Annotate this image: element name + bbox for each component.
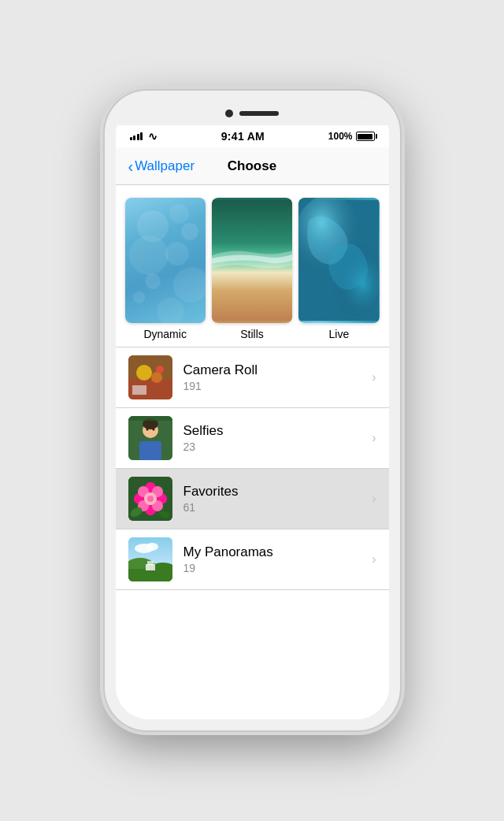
album-favorites[interactable]: Favorites 61 › [116,469,389,529]
status-left: ∿ [130,130,158,143]
stills-label: Stills [240,328,264,340]
album-selfies[interactable]: Selfies 23 › [116,408,389,469]
svg-point-15 [146,428,148,430]
back-button[interactable]: ‹ Wallpaper [128,158,195,174]
wallpaper-live[interactable]: Live [298,198,379,340]
svg-rect-8 [132,385,146,395]
selfies-count: 23 [183,440,372,453]
phone-screen-frame: ∿ 9:41 AM 100% ‹ Wallpaper [116,102,389,719]
camera-roll-thumbnail [128,355,172,399]
favorites-info: Favorites 61 [183,484,372,514]
back-label: Wallpaper [135,158,195,174]
speaker-icon [239,111,279,116]
live-label: Live [328,328,349,340]
wallpaper-stills[interactable]: Stills [212,198,292,340]
dynamic-thumbnail [125,198,206,323]
main-content: Dynamic [116,185,389,719]
selfies-info: Selfies 23 [183,423,372,453]
camera-roll-count: 191 [183,380,372,392]
panoramas-count: 19 [183,562,372,574]
wallpaper-dynamic[interactable]: Dynamic [125,198,206,340]
signal-bar-1 [130,137,132,140]
signal-bar-4 [140,132,143,140]
selfies-chevron: › [372,431,376,445]
wifi-icon: ∿ [148,130,158,143]
selfies-thumbnail [128,416,172,460]
panoramas-info: My Panoramas 19 [183,544,372,574]
svg-point-29 [147,496,154,502]
svg-rect-38 [146,564,155,570]
phone-device: ∿ 9:41 AM 100% ‹ Wallpaper [105,91,400,730]
panoramas-chevron: › [372,552,376,567]
favorites-chevron: › [372,492,376,506]
chevron-left-icon: ‹ [128,158,134,174]
selfies-name: Selfies [183,423,372,439]
favorites-name: Favorites [183,484,372,500]
signal-bar-2 [133,136,135,140]
status-right: 100% [328,131,375,142]
camera-roll-name: Camera Roll [183,362,372,378]
dynamic-label: Dynamic [143,328,186,340]
status-time: 9:41 AM [221,130,265,143]
page-title: Choose [228,158,276,174]
live-thumbnail [298,198,379,323]
svg-point-6 [136,365,152,381]
favorites-thumbnail [128,477,172,521]
album-panoramas[interactable]: My Panoramas 19 › [116,529,389,590]
screen-content: ∿ 9:41 AM 100% ‹ Wallpaper [116,125,389,719]
navigation-bar: ‹ Wallpaper Choose [116,147,389,185]
status-bar: ∿ 9:41 AM 100% [116,125,389,147]
album-list: Camera Roll 191 › [116,347,389,590]
signal-bar-3 [137,134,139,140]
panoramas-name: My Panoramas [183,544,372,560]
svg-point-9 [156,366,164,373]
svg-rect-17 [128,416,172,421]
battery-icon [356,132,375,141]
battery-percent-label: 100% [328,131,353,142]
favorites-count: 61 [183,501,372,514]
svg-point-16 [152,428,154,430]
svg-point-7 [151,372,162,383]
panoramas-thumbnail [128,537,172,581]
svg-rect-37 [128,569,172,581]
front-camera-icon [225,110,233,117]
album-camera-roll[interactable]: Camera Roll 191 › [116,347,389,408]
stills-thumbnail [212,198,292,323]
camera-roll-chevron: › [372,370,376,384]
wallpaper-grid: Dynamic [116,185,389,347]
signal-icon [130,132,143,140]
svg-rect-13 [139,441,161,460]
notch-area [116,102,389,125]
svg-point-34 [146,543,158,551]
svg-rect-39 [147,561,154,565]
camera-roll-info: Camera Roll 191 [183,362,372,392]
